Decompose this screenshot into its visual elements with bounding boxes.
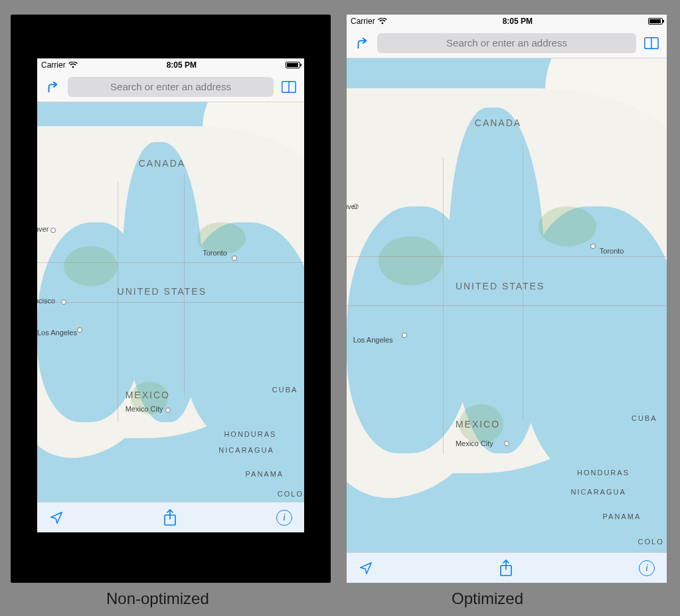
clock-label: 8:05 PM	[503, 17, 533, 26]
phone-screen: Carrier 8:05 PM Search or enter an addre…	[347, 15, 667, 583]
country-label-panama: PANAMA	[603, 512, 641, 520]
city-label-van-frag: uver	[37, 224, 48, 232]
country-label-usa: UNITED STATES	[118, 286, 207, 297]
search-placeholder: Search or enter an address	[446, 37, 567, 48]
city-label-mexcity: Mexico City	[456, 439, 493, 447]
carrier-label: Carrier	[41, 60, 66, 70]
search-input[interactable]: Search or enter an address	[68, 77, 274, 97]
country-label-colo: COLO	[638, 538, 664, 546]
country-label-mexico: MEXICO	[456, 419, 500, 429]
city-dot-toronto	[232, 256, 237, 261]
city-label-toronto: Toronto	[203, 248, 227, 256]
city-label-mexcity: Mexico City	[126, 404, 163, 412]
country-label-nicaragua: NICARAGUA	[218, 446, 274, 454]
search-input[interactable]: Search or enter an address	[377, 33, 636, 53]
country-label-panama: PANAMA	[246, 470, 284, 478]
city-dot-sf	[61, 299, 66, 305]
country-label-cuba: CUBA	[632, 414, 657, 422]
search-placeholder: Search or enter an address	[110, 81, 231, 92]
wifi-icon	[68, 62, 78, 68]
caption-nonoptimized: Non-optimized	[106, 589, 209, 608]
map-view[interactable]: CANADA UNITED STATES MEXICO CUBA HONDURA…	[37, 102, 304, 502]
country-label-mexico: MEXICO	[126, 390, 170, 400]
device-frame-nonoptimized: Carrier 8:05 PM Search or enter an addre…	[11, 15, 331, 583]
caption-optimized: Optimized	[452, 589, 523, 608]
city-label-sf-frag: ncisco	[37, 297, 55, 305]
wifi-icon	[378, 18, 387, 25]
status-bar: Carrier 8:05 PM	[347, 15, 667, 28]
carrier-label: Carrier	[351, 17, 375, 26]
city-dot-la	[402, 333, 407, 338]
device-frame-optimized: Carrier 8:05 PM Search or enter an addre…	[347, 15, 667, 583]
country-label-usa: UNITED STATES	[456, 281, 545, 291]
directions-icon[interactable]	[42, 77, 62, 97]
clock-label: 8:05 PM	[167, 60, 197, 70]
city-label-la: Los Angeles	[37, 329, 77, 337]
country-label-canada: CANADA	[475, 117, 521, 128]
navigation-bar: Search or enter an address	[347, 28, 667, 58]
info-icon[interactable]: i	[276, 510, 292, 526]
directions-icon[interactable]	[352, 33, 372, 53]
share-icon[interactable]	[163, 509, 177, 526]
country-label-canada: CANADA	[139, 158, 185, 169]
city-dot-mexcity	[504, 441, 509, 446]
city-label-van-frag: uver	[347, 202, 358, 210]
map-view[interactable]: CANADA UNITED STATES MEXICO CUBA HONDURA…	[347, 58, 667, 552]
battery-icon	[286, 62, 300, 68]
bookmarks-icon[interactable]	[641, 33, 661, 53]
city-label-la: Los Angeles	[353, 335, 393, 343]
status-bar: Carrier 8:05 PM	[37, 58, 304, 72]
locate-icon[interactable]	[49, 510, 64, 525]
bookmarks-icon[interactable]	[279, 77, 299, 97]
city-label-toronto: Toronto	[600, 246, 624, 254]
navigation-bar: Search or enter an address	[37, 72, 304, 102]
bottom-toolbar: i	[347, 552, 667, 583]
bottom-toolbar: i	[37, 502, 304, 532]
phone-screen: Carrier 8:05 PM Search or enter an addre…	[37, 58, 304, 532]
country-label-nicaragua: NICARAGUA	[570, 488, 626, 496]
city-dot-mexcity	[165, 408, 171, 413]
country-label-honduras: HONDURAS	[577, 469, 630, 477]
country-label-cuba: CUBA	[272, 386, 298, 394]
city-dot-van	[50, 228, 56, 233]
share-icon[interactable]	[499, 560, 513, 577]
info-icon[interactable]: i	[639, 560, 655, 576]
country-label-colo: COLO	[278, 490, 303, 498]
city-dot-la	[77, 327, 82, 333]
locate-icon[interactable]	[359, 561, 373, 576]
city-dot-toronto	[590, 244, 596, 249]
country-label-honduras: HONDURAS	[224, 430, 276, 438]
battery-icon	[648, 18, 663, 25]
